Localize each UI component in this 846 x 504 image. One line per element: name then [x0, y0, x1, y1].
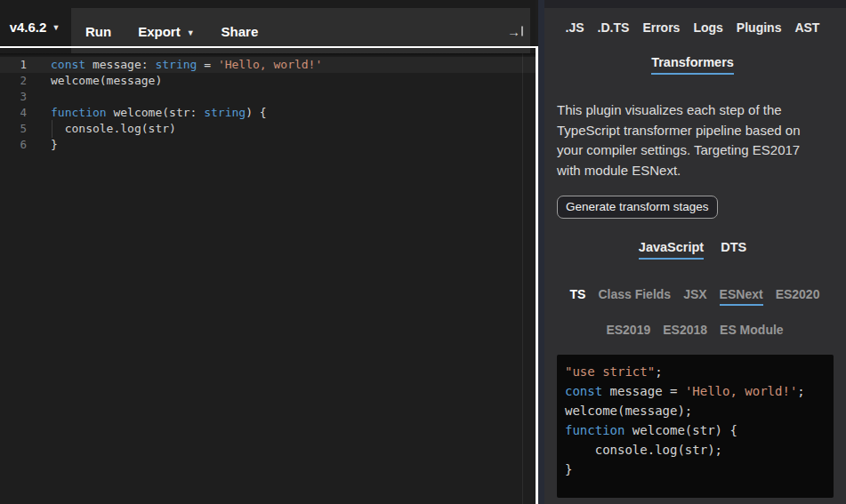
line-code: function welcome(str: string) {	[51, 105, 267, 121]
export-button[interactable]: Export ▼	[138, 22, 194, 39]
output-code-line: welcome(message);	[565, 401, 826, 420]
caret-down-icon: ▼	[52, 23, 60, 32]
stage-tab-ts[interactable]: TS	[570, 287, 586, 306]
stage-tab-es-module[interactable]: ES Module	[720, 323, 784, 337]
line-code: const message: string = 'Hello, world!'	[51, 57, 322, 73]
output-code-line: }	[565, 460, 826, 479]
share-button-label: Share	[222, 24, 259, 39]
tab-ast[interactable]: AST	[794, 20, 819, 35]
version-label: v4.6.2	[10, 20, 47, 35]
tab-dts[interactable]: DTS	[721, 240, 746, 260]
line-number: 4	[0, 105, 27, 121]
code-token: ;	[655, 364, 662, 379]
code-token: message:	[85, 58, 155, 71]
code-line[interactable]: 4function welcome(str: string) {	[0, 105, 536, 121]
line-number: 5	[0, 121, 27, 137]
toolbar-underline	[0, 46, 536, 48]
share-button[interactable]: Share	[222, 22, 259, 39]
tab-transformers[interactable]: Transformers	[651, 55, 734, 75]
dock-sidebar-icon[interactable]: →	[507, 24, 523, 37]
code-line[interactable]: 5 console.log(str)	[0, 121, 536, 137]
editor-pane: Run Export ▼ Share → v4.6.2 ▼ 1const mes…	[0, 0, 536, 504]
tab-plugins[interactable]: Plugins	[737, 20, 782, 35]
line-number: 2	[0, 73, 27, 89]
code-token: ;	[797, 384, 804, 398]
string-token: "use strict"	[565, 364, 655, 379]
arrow-right-icon: →	[507, 24, 520, 37]
sidebar-tabs: .JS.D.TSErrorsLogsPluginsAST	[552, 20, 834, 35]
code-line[interactable]: 1const message: string = 'Hello, world!'	[0, 57, 536, 73]
editor-lines: 1const message: string = 'Hello, world!'…	[0, 57, 536, 153]
code-token: message =	[602, 384, 685, 398]
string-token: 'Hello, world!'	[218, 58, 322, 71]
keyword-token: string	[155, 58, 197, 71]
output-code-line: console.log(str);	[565, 440, 826, 460]
tab-d-ts[interactable]: .D.TS	[598, 20, 630, 35]
string-token: 'Hello, world!'	[685, 384, 797, 398]
keyword-token: const	[565, 384, 602, 398]
stage-tab-es2019[interactable]: ES2019	[606, 323, 650, 337]
code-token: welcome(str) {	[624, 423, 737, 437]
playground-header: Run Export ▼ Share → v4.6.2 ▼	[0, 0, 536, 53]
tab-logs[interactable]: Logs	[693, 20, 722, 35]
output-code-line: const message = 'Hello, world!';	[565, 381, 826, 401]
plugin-description: This plugin visualizes each step of the …	[557, 100, 821, 180]
sidebar: .JS.D.TSErrorsLogsPluginsAST Transformer…	[544, 0, 846, 504]
code-token: welcome(str:	[107, 106, 205, 119]
output-code-block: "use strict";const message = 'Hello, wor…	[557, 355, 834, 498]
run-button-label: Run	[85, 24, 111, 39]
code-token: }	[565, 462, 572, 476]
code-token: }	[51, 138, 58, 151]
stage-tab-es2020[interactable]: ES2020	[776, 287, 820, 306]
tab-javascript[interactable]: JavaScript	[639, 240, 704, 260]
dock-bar-icon	[521, 26, 523, 36]
line-code: welcome(message)	[51, 73, 162, 89]
sidebar-content: .JS.D.TSErrorsLogsPluginsAST Transformer…	[544, 20, 846, 498]
line-code: console.log(str)	[51, 121, 176, 137]
code-token: welcome(message)	[51, 74, 162, 87]
tab-js[interactable]: .JS	[566, 20, 584, 35]
code-token: welcome(message);	[565, 404, 692, 418]
stage-tab-esnext[interactable]: ESNext	[720, 287, 763, 306]
code-token: console.log(str)	[51, 122, 176, 135]
code-editor[interactable]: 1const message: string = 'Hello, world!'…	[0, 53, 536, 504]
sidebar-top-strip	[544, 0, 846, 8]
code-line[interactable]: 6}	[0, 137, 536, 153]
line-number: 6	[0, 137, 27, 153]
export-button-label: Export	[138, 24, 181, 39]
version-selector[interactable]: v4.6.2 ▼	[0, 0, 69, 53]
code-line[interactable]: 2welcome(message)	[0, 73, 536, 89]
tab-errors[interactable]: Errors	[642, 20, 680, 35]
code-line[interactable]: 3	[0, 89, 536, 105]
line-number: 3	[0, 89, 27, 105]
output-code-line: "use strict";	[565, 362, 826, 381]
caret-down-icon: ▼	[187, 28, 195, 37]
code-token: console.log(str);	[565, 443, 722, 457]
keyword-token: string	[204, 106, 246, 119]
line-number: 1	[0, 57, 27, 73]
output-kind-tabs: JavaScriptDTS	[552, 240, 834, 260]
stage-tab-class-fields[interactable]: Class Fields	[598, 287, 671, 306]
generate-transform-stages-button[interactable]: Generate transform stages	[557, 196, 718, 219]
line-code: }	[51, 137, 58, 153]
run-button[interactable]: Run	[85, 22, 111, 39]
editor-scrollbar[interactable]	[522, 53, 523, 504]
keyword-token: function	[51, 106, 107, 119]
output-code-line: function welcome(str) {	[565, 420, 826, 440]
pane-divider-strip	[538, 0, 544, 504]
code-token: =	[197, 58, 217, 71]
stage-tab-jsx[interactable]: JSX	[683, 287, 706, 306]
keyword-token: const	[51, 58, 85, 71]
keyword-token: function	[565, 423, 624, 437]
stage-tab-es2018[interactable]: ES2018	[663, 323, 707, 337]
code-token: ) {	[246, 106, 266, 119]
stage-tabs: TSClass FieldsJSXESNextES2020ES2019ES201…	[552, 287, 838, 337]
